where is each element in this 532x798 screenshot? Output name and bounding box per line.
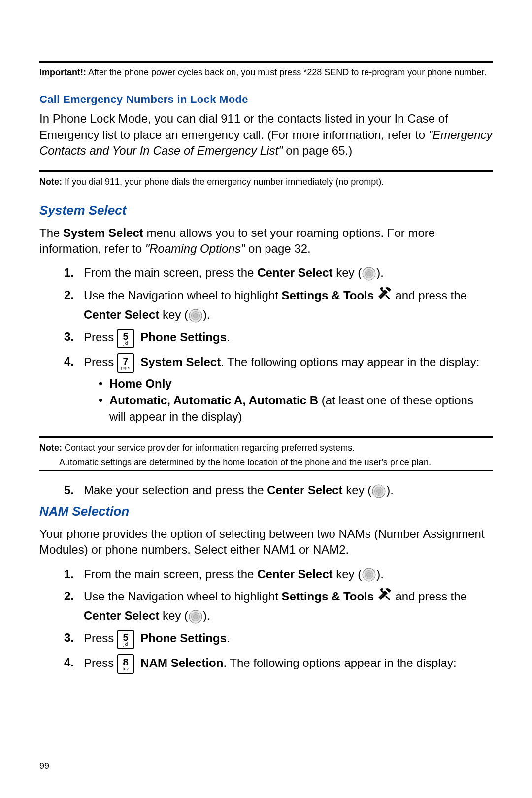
sec2-note-2: Automatic settings are determined by the… (39, 457, 493, 467)
settings-tools-icon (377, 587, 392, 606)
step-item: Press 7pqrs System Select. The following… (39, 353, 493, 425)
center-select-key-icon (188, 609, 203, 624)
keycap-5-icon: 5jkl (117, 630, 134, 649)
rule (39, 192, 493, 192)
cross-ref: "Roaming Options" (145, 242, 245, 255)
center-select-key-icon (362, 266, 376, 281)
sec2-options: Home Only Automatic, Automatic A, Automa… (84, 376, 493, 425)
sec1-body: In Phone Lock Mode, you can dial 911 or … (39, 111, 493, 159)
sec2-steps-cont: Make your selection and press the Center… (39, 482, 493, 499)
sec2-steps: From the main screen, press the Center S… (39, 265, 493, 425)
center-select-key-icon (362, 567, 376, 582)
step-item: From the main screen, press the Center S… (39, 265, 493, 282)
heading-nam-selection: NAM Selection (39, 504, 493, 519)
step-item: Make your selection and press the Center… (39, 482, 493, 499)
rule (39, 61, 493, 63)
settings-tools-icon (377, 286, 392, 305)
list-item: Automatic, Automatic A, Automatic B (at … (99, 393, 493, 425)
step-item: Use the Navigation wheel to highlight Se… (39, 287, 493, 324)
heading-call-emergency: Call Emergency Numbers in Lock Mode (39, 93, 493, 106)
keycap-7-icon: 7pqrs (117, 353, 134, 373)
center-select-key-icon (371, 484, 386, 499)
step-item: Press 5jkl Phone Settings. (39, 630, 493, 649)
step-item: Press 8tuv NAM Selection. The following … (39, 654, 493, 674)
step-item: From the main screen, press the Center S… (39, 566, 493, 583)
page-number: 99 (39, 761, 49, 771)
step-item: Press 5jkl Phone Settings. (39, 329, 493, 348)
sec1-note: Note: If you dial 911, your phone dials … (39, 176, 493, 188)
manual-page: Important!: After the phone power cycles… (0, 0, 532, 798)
note-text: If you dial 911, your phone dials the em… (62, 177, 384, 187)
rule (39, 82, 493, 82)
keycap-5-icon: 5jkl (117, 329, 134, 348)
rule (39, 470, 493, 471)
rule (39, 436, 493, 438)
center-select-key-icon (188, 308, 203, 323)
note-text: Contact your service provider for inform… (62, 443, 355, 453)
note-label: Note: (39, 443, 62, 453)
rule (39, 170, 493, 172)
list-item: Home Only (99, 376, 493, 392)
note-label: Note: (39, 177, 62, 187)
sec2-note: Note: Contact your service provider for … (39, 442, 493, 454)
sec3-steps: From the main screen, press the Center S… (39, 566, 493, 674)
important-text: After the phone power cycles back on, yo… (86, 67, 486, 77)
important-label: Important!: (39, 67, 86, 77)
step-item: Use the Navigation wheel to highlight Se… (39, 588, 493, 625)
keycap-8-icon: 8tuv (117, 654, 134, 674)
heading-system-select: System Select (39, 203, 493, 218)
sec2-intro: The System Select menu allows you to set… (39, 225, 493, 257)
important-note: Important!: After the phone power cycles… (39, 66, 493, 79)
sec3-intro: Your phone provides the option of select… (39, 526, 493, 558)
